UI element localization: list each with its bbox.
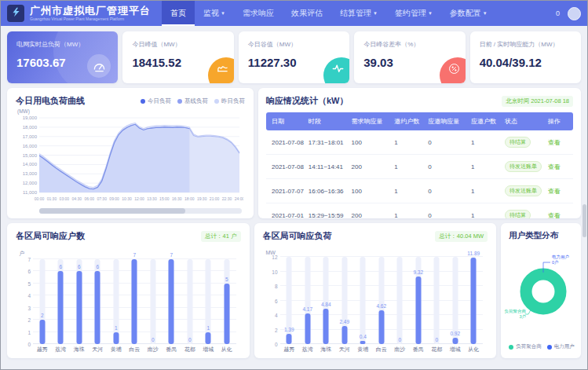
bar-column-越秀: 2: [33, 259, 52, 344]
load-curve-chart: 11,00012,00013,00014,00015,00016,00017,0…: [16, 114, 245, 206]
nav-item-1[interactable]: 首页: [162, 1, 195, 26]
page-scrollbar[interactable]: [583, 27, 586, 368]
view-link[interactable]: 查看: [548, 212, 561, 219]
table-cell-responded: 0: [425, 130, 469, 155]
category-label: 南沙: [391, 346, 410, 354]
legend-dot: [214, 99, 219, 104]
bar-track: [150, 259, 155, 344]
svg-text:24:00: 24:00: [235, 196, 243, 201]
table-column-header: 状态: [502, 112, 546, 130]
bars-group: 1.394.174.842.490.44.6209.3200.9211.89: [280, 257, 484, 344]
app-header: 广州市虚拟电厂管理平台 Guangzhou Virtual Power Plan…: [1, 1, 587, 26]
bar-column-从化: 11.89: [465, 257, 484, 344]
svg-text:17,000: 17,000: [23, 134, 38, 139]
category-label: 越秀: [280, 346, 299, 354]
bar-column-南沙: 0: [391, 257, 410, 344]
svg-text:19:30: 19:30: [197, 196, 207, 201]
table-row: 2021-07-0817:31~18:01100101待结算查看: [266, 130, 573, 155]
table-column-header: 需求响应量: [349, 112, 393, 130]
nav-item-6[interactable]: 签约管理▼: [386, 1, 441, 26]
y-axis-tick: 8: [264, 284, 278, 289]
table-header-row: 日期时段需求响应量邀约户数应邀响应量应邀户数状态操作: [266, 112, 573, 130]
load-curve-card: 今日用电负荷曲线 今日负荷基线负荷昨日负荷 (MW) 11,00012,0001…: [7, 88, 254, 218]
nav-item-5[interactable]: 结算管理▼: [331, 1, 386, 26]
page-scrollbar-thumb[interactable]: [583, 204, 586, 237]
bar-value-label: 6: [96, 264, 99, 269]
view-link[interactable]: 查看: [548, 188, 561, 195]
table-cell-resp_users: 1: [469, 155, 502, 179]
table-column-header: 日期: [266, 112, 306, 130]
beijing-time-badge: 北京时间 2021-07-08 18: [502, 96, 573, 107]
legend-label: 今日负荷: [148, 97, 171, 105]
nav-item-label: 结算管理: [340, 9, 371, 17]
legend-dot: [177, 99, 182, 104]
nav-item-3[interactable]: 需求响应: [234, 1, 283, 26]
table-cell-period: 15:29~15:59: [306, 203, 349, 219]
table-cell-responded: 0: [425, 203, 469, 219]
bar-column-天河: 6: [89, 259, 108, 344]
chart-zoom-slider-thumb[interactable]: [39, 208, 185, 214]
bar: [341, 326, 347, 344]
svg-text:18,000: 18,000: [23, 125, 38, 130]
nav-item-7[interactable]: 参数配置▼: [441, 1, 496, 26]
view-link[interactable]: 查看: [548, 139, 561, 146]
donut-label-aggregator: 负荷聚合商 3户: [504, 309, 526, 320]
table-cell-invited: 1: [392, 179, 425, 203]
chevron-down-icon: ▼: [373, 11, 378, 16]
bar-column-南沙: 0: [144, 259, 163, 344]
legend-item-3[interactable]: 昨日负荷: [214, 97, 245, 105]
bar-column-番禺: 9.32: [409, 257, 428, 344]
table-cell-responded: 0: [425, 179, 469, 203]
view-link[interactable]: 查看: [548, 163, 561, 170]
bar-column-白云: 4.62: [372, 257, 391, 344]
notification-badge[interactable]: 0: [556, 9, 560, 17]
kpi-decoration-circle: [53, 31, 118, 83]
donut-legend-item-1[interactable]: 负荷聚合商: [509, 343, 542, 350]
nav-item-label: 需求响应: [243, 9, 274, 17]
bar-column-黄埔: 1: [107, 259, 126, 344]
legend-item-2[interactable]: 基线负荷: [177, 97, 208, 105]
category-label: 天河: [89, 346, 108, 354]
kpi-card-2: 今日峰值（MW）18415.52: [122, 31, 233, 83]
bar-chart-unit: 户: [19, 250, 241, 258]
legend-item-1[interactable]: 今日负荷: [141, 97, 171, 105]
nav-item-4[interactable]: 效果评估: [283, 1, 331, 26]
table-cell-action: 查看: [546, 155, 573, 179]
bar-chart-plot: 0246810121.394.174.842.490.44.6209.3200.…: [280, 257, 484, 344]
y-axis-tick: 5: [16, 280, 31, 286]
svg-text:00:00: 00:00: [35, 196, 45, 201]
category-label: 越秀: [33, 346, 52, 354]
y-axis-tick: 4: [16, 293, 31, 299]
table-cell-date: 2021-07-07: [266, 179, 306, 203]
bar-value-label: 7: [170, 252, 173, 258]
bar: [39, 320, 45, 344]
table-cell-resp_users: 1: [469, 179, 502, 203]
bar-track: [434, 257, 440, 344]
svg-text:21:00: 21:00: [210, 196, 220, 201]
user-avatar[interactable]: [568, 7, 581, 20]
bar-column-海珠: 6: [70, 259, 89, 344]
bar: [95, 271, 100, 344]
svg-text:11,000: 11,000: [23, 190, 38, 195]
bar-value-label: 1: [115, 325, 118, 331]
kpi-card-4: 今日峰谷差率（%）39.03: [354, 31, 465, 83]
pulse-icon: [332, 63, 344, 78]
district-load-total-badge: 总计：40.04 MW: [435, 231, 488, 242]
table-cell-action: 查看: [546, 130, 573, 155]
bar-value-label: 1: [206, 325, 210, 331]
table-cell-status: 待结算: [502, 130, 546, 155]
category-label: 白云: [372, 346, 391, 354]
chart-zoom-slider[interactable]: [39, 208, 242, 214]
kpi-label: 日前 / 实时响应能力（MW）: [480, 40, 572, 49]
donut-label-power-user: 电力用户 0户: [552, 255, 569, 266]
nav-item-2[interactable]: 监视▼: [195, 1, 234, 26]
bar-column-黄埔: 0.4: [354, 257, 373, 344]
bars-group: 26661707015: [33, 259, 236, 344]
bar: [76, 271, 82, 344]
table-cell-demand: 200: [349, 155, 393, 179]
bar-value-label: 6: [78, 264, 81, 269]
nav-item-label: 监视: [203, 9, 219, 17]
bar: [452, 338, 458, 345]
donut-legend-item-2[interactable]: 电力用户: [547, 343, 575, 350]
chevron-down-icon: ▼: [428, 11, 433, 16]
